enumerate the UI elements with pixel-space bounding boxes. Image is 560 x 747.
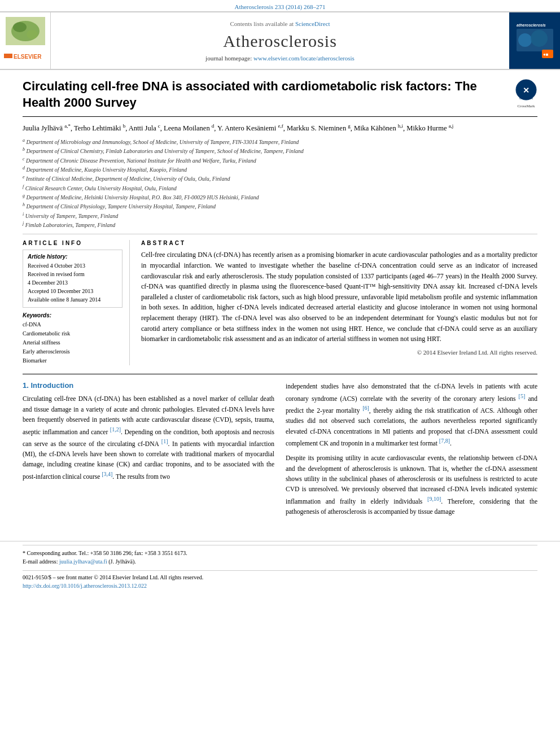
article-title: Circulating cell-free DNA is associated …: [23, 78, 506, 111]
intro-para-right-2: Despite its promising utility in acute c…: [286, 453, 537, 517]
issn-footer: 0021-9150/$ – see front matter © 2014 El…: [23, 570, 537, 590]
article-info-column: ARTICLE INFO Article history: Received 4…: [23, 240, 130, 365]
svg-point-1: [13, 22, 27, 32]
journal-main-title: Atherosclerosis: [223, 32, 337, 51]
doi-line: http://dx.doi.org/10.1016/j.atherosclero…: [23, 582, 537, 590]
svg-rect-3: [4, 54, 12, 58]
abstract-column: ABSTRACT Cell-free circulating DNA (cf-D…: [141, 240, 537, 365]
svg-text:CrossMark: CrossMark: [519, 97, 533, 100]
ref-5: [5]: [519, 393, 526, 399]
corresponding-author-note: * Corresponding author. Tel.: +358 50 31…: [23, 549, 537, 557]
affiliation-j: j Fimlab Laboratories, Tampere, Finland: [23, 220, 537, 229]
article-title-section: Circulating cell-free DNA is associated …: [23, 78, 537, 117]
leaf-svg: [8, 19, 42, 44]
copyright-line: © 2014 Elsevier Ireland Ltd. All rights …: [141, 349, 537, 356]
ref-9-10: [9,10]: [427, 496, 441, 502]
affiliation-c: c Department of Chronic Disease Preventi…: [23, 156, 537, 165]
article-history-box: Article history: Received 4 October 2013…: [23, 250, 123, 308]
received-revised-date: 4 December 2013: [28, 278, 117, 287]
email-link[interactable]: juulia.jylhava@uta.fi: [59, 558, 107, 565]
doi-link[interactable]: http://dx.doi.org/10.1016/j.atherosclero…: [23, 583, 147, 589]
abstract-text: Cell-free circulating DNA (cf-DNA) has r…: [141, 250, 537, 344]
received-date: Received 4 October 2013: [28, 261, 117, 270]
article-info-heading: ARTICLE INFO: [23, 240, 123, 246]
authors-line: Juulia Jylhävä a,*, Terho Lehtimäki b, A…: [23, 123, 537, 134]
atherosclerosis-cover-logo: atherosclerosis ●■: [514, 19, 556, 63]
keywords-heading: Keywords:: [23, 312, 123, 318]
affiliation-a: a Department of Microbiology and Immunol…: [23, 137, 537, 146]
crossmark-svg: ✕ CrossMark: [515, 78, 537, 101]
abstract-heading: ABSTRACT: [141, 240, 537, 246]
cover-svg: atherosclerosis ●■: [514, 19, 556, 61]
journal-title-area: Contents lists available at ScienceDirec…: [51, 12, 509, 69]
crossmark-label: CrossMark: [515, 104, 537, 108]
affiliation-b: b Department of Clinical Chemistry, Fiml…: [23, 146, 537, 155]
intro-para-1: Circulating cell-free DNA (cf-DNA) has b…: [23, 394, 274, 482]
intro-para-right-1: independent studies have also demonstrat…: [286, 381, 537, 448]
journal-homepage-line: journal homepage: www.elsevier.com/locat…: [205, 55, 355, 62]
keywords-section: Keywords: cf-DNA Cardiometabolic risk Ar…: [23, 312, 123, 365]
affiliation-e: e Institute of Clinical Medicine, Depart…: [23, 174, 537, 183]
article-info-abstract: ARTICLE INFO Article history: Received 4…: [23, 240, 537, 365]
svg-text:●■: ●■: [543, 52, 549, 57]
svg-point-8: [518, 33, 532, 47]
affiliation-d: d Department of Medicine, Kuopio Univers…: [23, 165, 537, 174]
ref-6: [6]: [362, 405, 369, 411]
section-title: Introduction: [30, 381, 73, 390]
page: Atherosclerosis 233 (2014) 268–271 ELSEV…: [0, 0, 560, 747]
keyword-5: Biomarker: [23, 356, 123, 365]
footer: * Corresponding author. Tel.: +358 50 31…: [0, 541, 560, 596]
svg-point-9: [531, 30, 548, 47]
received-revised-label: Received in revised form: [28, 270, 117, 278]
sciencedirect-label: Contents lists available at ScienceDirec…: [230, 20, 330, 27]
crossmark-logo[interactable]: ✕ CrossMark CrossMark: [515, 78, 537, 101]
intro-title-line: 1. Introduction: [23, 381, 274, 390]
ref-1-2: [1,2]: [110, 426, 121, 433]
intro-col-right: independent studies have also demonstrat…: [286, 381, 537, 521]
keyword-3: Arterial stiffness: [23, 338, 123, 347]
journal-citation-bar: Atherosclerosis 233 (2014) 268–271: [0, 0, 560, 11]
history-heading: Article history:: [28, 254, 117, 260]
svg-text:ELSEVIER: ELSEVIER: [14, 54, 42, 60]
homepage-link[interactable]: www.elsevier.com/locate/atherosclerosis: [253, 55, 355, 62]
journal-citation: Atherosclerosis 233 (2014) 268–271: [234, 3, 325, 10]
intro-col-left: 1. Introduction Circulating cell-free DN…: [23, 381, 274, 521]
keyword-2: Cardiometabolic risk: [23, 329, 123, 338]
email-note: E-mail address: juulia.jylhava@uta.fi (J…: [23, 557, 537, 566]
ref-7-8: [7,8]: [439, 438, 450, 444]
elsevier-logo-svg: ELSEVIER: [4, 47, 46, 64]
affiliation-h: h Department of Clinical Physiology, Tam…: [23, 202, 537, 211]
leaf-decoration: [6, 17, 45, 45]
keyword-4: Early atherosclerosis: [23, 347, 123, 356]
accepted-date: Accepted 10 December 2013: [28, 287, 117, 295]
sciencedirect-link[interactable]: ScienceDirect: [295, 20, 330, 27]
available-date: Available online 8 January 2014: [28, 295, 117, 304]
journal-header: ELSEVIER Contents lists available at Sci…: [0, 11, 560, 70]
footer-content: * Corresponding author. Tel.: +358 50 31…: [23, 545, 537, 590]
ref-1: [1]: [161, 438, 168, 444]
affiliation-i: i University of Tampere, Tampere, Finlan…: [23, 211, 537, 220]
svg-text:atherosclerosis: atherosclerosis: [517, 23, 546, 27]
journal-cover-area: atherosclerosis ●■: [509, 12, 560, 69]
ref-3-4: [3,4]: [102, 471, 112, 477]
main-content: Circulating cell-free DNA is associated …: [0, 70, 560, 530]
affiliation-g: g Department of Medicine, Helsinki Unive…: [23, 193, 537, 202]
elsevier-logo-area: ELSEVIER: [0, 12, 51, 69]
section-number: 1.: [23, 381, 30, 390]
issn-line: 0021-9150/$ – see front matter © 2014 El…: [23, 573, 537, 582]
introduction-section: 1. Introduction Circulating cell-free DN…: [23, 374, 537, 521]
svg-text:✕: ✕: [523, 86, 530, 95]
affiliations-section: a Department of Microbiology and Immunol…: [23, 137, 537, 234]
keyword-1: cf-DNA: [23, 320, 123, 329]
affiliation-f: f Clinical Research Center, Oulu Univers…: [23, 184, 537, 193]
svg-point-2: [27, 30, 38, 39]
